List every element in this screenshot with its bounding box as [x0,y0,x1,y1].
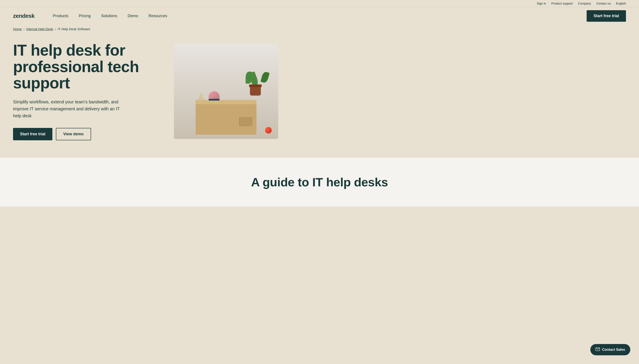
guide-title: A guide to IT help desks [13,175,626,189]
breadcrumb-separator-1: › [24,27,25,31]
breadcrumb-internal-help-desk[interactable]: Internal Help Desk [26,27,53,31]
desk-drawer [239,117,252,126]
bell-element [209,91,219,100]
nav-solutions[interactable]: Solutions [96,12,122,20]
hero-description: Simplify workflows, extend your team’s b… [13,98,122,119]
sign-in-link[interactable]: Sign in [537,2,546,5]
bell-base [209,99,219,100]
desk-illustration [174,44,278,139]
plant-leaves [246,72,267,86]
main-navigation: zendesk Products Pricing Solutions Demo … [0,7,639,24]
nav-demo[interactable]: Demo [122,12,143,20]
cone-element [198,92,204,100]
contact-us-link[interactable]: Contact us [596,2,611,5]
hero-start-free-trial-button[interactable]: Start free trial [13,128,52,140]
nav-resources[interactable]: Resources [143,12,172,20]
desk-element [196,100,256,135]
mail-icon [595,348,600,352]
breadcrumb-home[interactable]: Home [13,27,22,31]
plant-element [250,86,261,96]
hero-section: IT help desk for professional tech suppo… [0,34,639,158]
nav-links: Products Pricing Solutions Demo Resource… [48,12,587,20]
guide-section: A guide to IT help desks [0,158,639,206]
contact-sales-button[interactable]: Contact Sales [590,344,630,355]
leaf-3 [261,71,270,84]
utility-bar: Sign in Product support Company Contact … [0,0,639,7]
contact-sales-label: Contact Sales [602,348,625,352]
breadcrumb-separator-2: › [55,27,56,31]
breadcrumb: Home › Internal Help Desk › IT Help Desk… [0,24,639,34]
nav-start-free-trial-button[interactable]: Start free trial [587,10,626,22]
nav-pricing[interactable]: Pricing [74,12,96,20]
logo[interactable]: zendesk [13,12,35,19]
bell-dome [209,91,219,99]
hero-buttons: Start free trial View demo [13,128,161,140]
hero-content: IT help desk for professional tech suppo… [13,42,161,140]
plant-pot [250,86,261,96]
company-link[interactable]: Company [578,2,591,5]
hero-title: IT help desk for professional tech suppo… [13,42,161,92]
hero-view-demo-button[interactable]: View demo [56,128,91,140]
ball-element [265,127,272,134]
nav-products[interactable]: Products [48,12,74,20]
language-selector[interactable]: English [616,2,626,5]
hero-image [174,44,278,139]
product-support-link[interactable]: Product support [551,2,573,5]
breadcrumb-current: IT Help Desk Software [58,27,90,31]
